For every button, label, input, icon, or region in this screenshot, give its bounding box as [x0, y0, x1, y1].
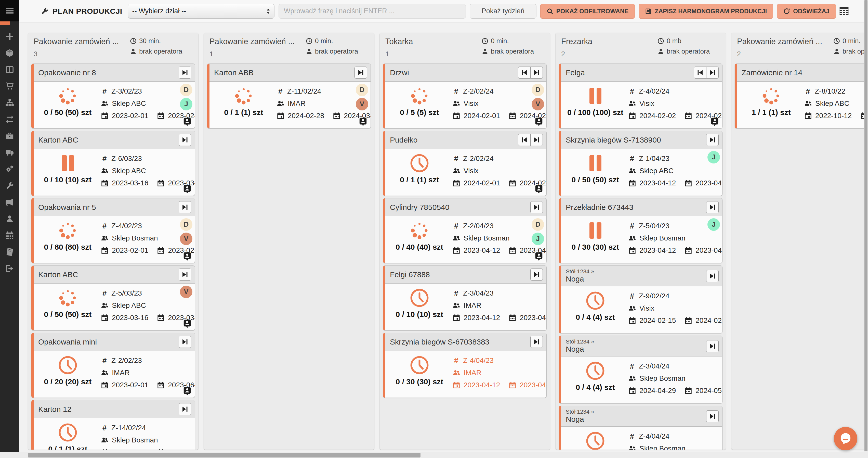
hash-icon: #: [101, 154, 108, 163]
production-card[interactable]: Skrzynia biegów S-7138900 0 / 50 (50) sz…: [559, 131, 722, 196]
vertical-scrollbar-thumb[interactable]: [864, 0, 867, 451]
people-icon: [101, 302, 108, 309]
refresh-button[interactable]: ODŚWIEŻAJ: [777, 4, 836, 19]
start-date: 2024-02-15: [640, 316, 676, 325]
skip-end-button[interactable]: [179, 403, 191, 415]
quantity-value: 0 / 4 (4) szt: [576, 313, 615, 321]
production-card[interactable]: Felga 0 / 100 (100) szt # Z-4/02/24 Visi…: [559, 63, 722, 128]
skip-end-button[interactable]: [354, 66, 367, 79]
skip-end-button[interactable]: [530, 268, 543, 281]
production-card[interactable]: Opakowania mini 0 / 20 (20) szt # Z-2/02…: [31, 333, 195, 398]
sidebar-item-cart[interactable]: [4, 82, 15, 91]
order-number: Z-3/04/23: [463, 289, 494, 297]
production-card[interactable]: Stół 1234 » Noga 0 / 4 (4) szt # Z-9/02/…: [559, 265, 722, 333]
customer-row: Sklep Bosman: [101, 434, 195, 446]
skip-end-button[interactable]: [706, 340, 719, 352]
skip-end-button[interactable]: [706, 66, 719, 79]
calendar-end-icon: [157, 449, 165, 450]
sidebar-item-signout[interactable]: [4, 264, 15, 273]
show-filtered-button[interactable]: POKAŻ ODFILTROWANE: [540, 4, 635, 19]
sidebar-item-wrench[interactable]: [4, 181, 15, 190]
production-card[interactable]: Karton ABC 0 / 50 (50) szt # Z-5/03/23 S…: [31, 265, 195, 331]
sidebar-item-book[interactable]: [4, 247, 15, 257]
skip-end-button[interactable]: [706, 134, 719, 146]
sidebar-item-columns[interactable]: [4, 65, 15, 74]
skip-end-button[interactable]: [706, 270, 719, 282]
skip-end-button[interactable]: [530, 336, 543, 348]
clock-icon: [409, 152, 430, 174]
customer-row: IMAR: [453, 299, 547, 312]
production-card[interactable]: Pudełko 0 / 1 (1) szt # Z-2/02/24 Visix: [383, 131, 547, 196]
department-select[interactable]: -- Wybierz dział --: [128, 4, 275, 19]
people-icon: [453, 302, 460, 309]
calendar-start-icon: [453, 381, 460, 389]
production-card[interactable]: Karton 12 0 / 1 (1) szt # Z-14/02/24 Skl…: [31, 400, 195, 450]
dates-row: 2023-04-12 2023-04-19: [453, 379, 547, 391]
calendar-end-icon: [684, 179, 692, 187]
quantity-block: 1 / 1 (1) szt: [739, 85, 803, 125]
column-cards: Felga 0 / 100 (100) szt # Z-4/02/24 Visi…: [556, 61, 726, 450]
sidebar-item-exchange[interactable]: [4, 115, 15, 124]
sidebar-item-truck[interactable]: [4, 148, 15, 157]
sidebar-item-toolbox[interactable]: [4, 131, 15, 141]
show-week-button[interactable]: Pokaż tydzień: [470, 4, 536, 19]
vertical-scrollbar[interactable]: [864, 0, 868, 458]
production-card[interactable]: Stół 1234 » Noga 0 / 4 (4) szt # Z-3/04/…: [559, 336, 722, 403]
card-body: 0 / 50 (50) szt # Z-1/04/23 Sklep ABC 20…: [561, 149, 722, 196]
sidebar-item-bullhorn[interactable]: [4, 198, 15, 207]
quantity-value: 0 / 4 (4) szt: [576, 383, 615, 392]
horizontal-scrollbar[interactable]: [0, 452, 864, 458]
sidebar-item-sitemap[interactable]: [4, 98, 15, 107]
sidebar-item-cogs[interactable]: [4, 165, 15, 174]
order-number: Z-2/02/24: [463, 87, 494, 95]
production-card[interactable]: Drzwi 0 / 5 (5) szt # Z-2/02/24 Visix: [383, 63, 547, 128]
skip-start-button[interactable]: [694, 66, 706, 79]
production-card[interactable]: Opakowanie nr 8 0 / 50 (50) szt # Z-3/02…: [31, 63, 195, 128]
skip-end-button[interactable]: [706, 201, 719, 213]
production-card[interactable]: Opakowania nr 5 0 / 80 (80) szt # Z-4/02…: [31, 198, 195, 263]
skip-end-button[interactable]: [530, 66, 543, 79]
sidebar-item-cube[interactable]: [4, 49, 15, 58]
production-card[interactable]: Karton ABC 0 / 10 (10) szt # Z-6/03/23 S…: [31, 131, 195, 196]
production-card[interactable]: Zamówienie nr 14 1 / 1 (1) szt # Z-8/10/…: [735, 63, 864, 128]
hamburger-button[interactable]: [0, 0, 19, 22]
skip-end-button[interactable]: [179, 66, 191, 79]
start-date: 2023-04-12: [464, 246, 500, 255]
clock-icon: [409, 287, 430, 309]
skip-start-button[interactable]: [518, 66, 531, 79]
production-card[interactable]: Skrzynia biegów S-67038383 0 / 30 (30) s…: [383, 333, 547, 398]
production-card[interactable]: Stół 1234 » Noga 0 / 20 (20) szt # Z-4/0…: [559, 406, 722, 450]
calendar-start-icon: [453, 314, 460, 321]
horizontal-scrollbar-thumb[interactable]: [28, 453, 421, 457]
sidebar-item-calendar[interactable]: [4, 231, 15, 240]
card-body: 0 / 20 (20) szt # Z-4/04/24 Sklep Bosman…: [561, 427, 722, 450]
card-title: Skrzynia biegów S-67038383: [390, 338, 489, 346]
skip-start-button[interactable]: [518, 134, 531, 146]
quantity-value: 0 / 100 (100) szt: [567, 108, 623, 117]
skip-end-button[interactable]: [179, 201, 191, 213]
quantity-block: 0 / 10 (10) szt: [388, 287, 452, 327]
skip-end-button[interactable]: [530, 134, 543, 146]
production-card[interactable]: Karton ABB 0 / 1 (1) szt # Z-11/02/24 IM…: [207, 63, 371, 128]
skip-end-button[interactable]: [179, 336, 191, 348]
card-title: Skrzynia biegów S-7138900: [566, 136, 661, 144]
skip-end-button[interactable]: [179, 134, 191, 146]
card-titles: Opakowania nr 5: [38, 203, 96, 212]
production-card[interactable]: Przekładnie 673443 0 / 30 (30) szt # Z-5…: [559, 198, 722, 263]
skip-end-button[interactable]: [706, 410, 719, 422]
quantity-value: 0 / 50 (50) szt: [44, 310, 92, 319]
calendar-end-icon: [157, 314, 165, 321]
people-icon: [277, 100, 284, 107]
table-view-button[interactable]: [838, 5, 850, 17]
production-card[interactable]: Felgi 67888 0 / 10 (10) szt # Z-3/04/23 …: [383, 265, 547, 331]
search-input[interactable]: [279, 4, 466, 19]
production-card[interactable]: Cylindry 7850540 0 / 40 (40) szt # Z-2/0…: [383, 198, 547, 263]
chat-button[interactable]: [834, 427, 857, 450]
skip-end-button[interactable]: [179, 268, 191, 281]
card-titles: Zamówienie nr 14: [742, 68, 802, 77]
sidebar-item-plus[interactable]: [4, 32, 15, 41]
sidebar-item-user[interactable]: [4, 214, 15, 223]
skip-end-button[interactable]: [530, 201, 543, 213]
save-schedule-button[interactable]: ZAPISZ HARMONOGRAM PRODUKCJI: [639, 4, 773, 19]
user-icon: [5, 214, 14, 223]
